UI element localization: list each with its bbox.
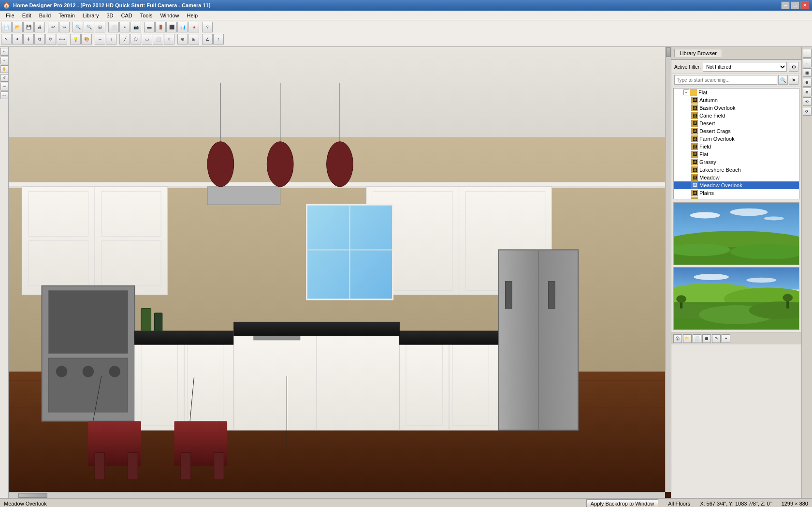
tb-select[interactable]: ↖ xyxy=(1,34,12,45)
tb-zoom-fit[interactable]: ⊞ xyxy=(95,22,105,32)
tb-circle[interactable]: ○ xyxy=(164,34,174,45)
library-title-tab[interactable]: Library Browser xyxy=(674,49,722,57)
tb-help[interactable]: ? xyxy=(202,22,213,32)
right-mini-btn-7[interactable]: ⟳ xyxy=(803,107,812,116)
search-clear-button[interactable]: ✕ xyxy=(789,75,798,85)
lt-walk[interactable]: ⇒ xyxy=(0,83,8,90)
right-mini-btn-1[interactable]: ↑ xyxy=(803,49,812,58)
tb-box[interactable]: ⬜ xyxy=(153,34,163,45)
viewport-scrollbar-h[interactable] xyxy=(9,492,665,498)
tb-edit-pts[interactable]: ✦ xyxy=(12,34,23,45)
menu-file[interactable]: File xyxy=(2,12,18,19)
tb-copy[interactable]: ⧉ xyxy=(34,34,45,45)
lt-select[interactable]: ↖ xyxy=(0,48,8,56)
tb-save[interactable]: 💾 xyxy=(23,22,34,32)
tree-item-flat-parent[interactable]: − Flat xyxy=(674,89,799,96)
tb-undo[interactable]: ↩ xyxy=(48,22,58,32)
tb-polyline[interactable]: ⬡ xyxy=(130,34,141,45)
tb-wall[interactable]: ▬ xyxy=(144,22,155,32)
lib-btn-6[interactable]: + xyxy=(722,334,730,343)
tree-item-meadow[interactable]: 🖼 Meadow xyxy=(674,174,799,181)
tree-item-desert-crags[interactable]: 🖼 Desert Crags xyxy=(674,127,799,135)
maximize-button[interactable]: □ xyxy=(791,1,799,9)
minimize-button[interactable]: ─ xyxy=(781,1,790,9)
menu-3d[interactable]: 3D xyxy=(102,12,117,19)
tb-snap[interactable]: ⊕ xyxy=(177,34,188,45)
tb-roof[interactable]: 🔺 xyxy=(188,22,199,32)
right-mini-btn-3[interactable]: ▦ xyxy=(803,68,812,77)
menu-library[interactable]: Library xyxy=(79,12,103,19)
filter-select[interactable]: Not Filtered xyxy=(703,62,787,72)
tb-camera[interactable]: 📷 xyxy=(130,22,141,32)
tb-move[interactable]: ✛ xyxy=(23,34,34,45)
lt-pan[interactable]: ✋ xyxy=(0,65,8,73)
tb-stair[interactable]: 📊 xyxy=(177,22,188,32)
tb-angle[interactable]: ∠ xyxy=(202,34,213,45)
tb-line[interactable]: ╱ xyxy=(119,34,130,45)
menu-window[interactable]: Window xyxy=(156,12,183,19)
tree-item-desert[interactable]: 🖼 Desert xyxy=(674,119,799,127)
tb-zoom-out[interactable]: 🔍 xyxy=(84,22,94,32)
right-mini-btn-6[interactable]: ⟲ xyxy=(803,97,812,106)
menu-cad[interactable]: CAD xyxy=(117,12,136,19)
search-button[interactable]: 🔍 xyxy=(778,75,788,85)
tb-grid[interactable]: ⊞ xyxy=(188,34,199,45)
item-icon: 🖼 xyxy=(691,120,698,127)
tb-light[interactable]: 💡 xyxy=(70,34,81,45)
tree-item-grassy[interactable]: 🖼 Grassy xyxy=(674,158,799,166)
tb-redo[interactable]: ↪ xyxy=(59,22,70,32)
tb-text[interactable]: T xyxy=(106,34,116,45)
menu-edit[interactable]: Edit xyxy=(18,12,35,19)
scrollbar-thumb-v[interactable] xyxy=(666,47,671,57)
tb-rotate[interactable]: ↻ xyxy=(45,34,56,45)
tb-new[interactable]: 📄 xyxy=(1,22,12,32)
lib-btn-1[interactable]: 🏠 xyxy=(673,334,682,343)
tb-floor-plan[interactable]: ⬜ xyxy=(108,22,119,32)
tree-item-basin-overlook[interactable]: 🖼 Basin Overlook xyxy=(674,104,799,112)
tb-print[interactable]: 🖨 xyxy=(34,22,45,32)
lt-measure[interactable]: ⊶ xyxy=(0,91,8,99)
tree-item-prairie[interactable]: 🖼 Prairie xyxy=(674,197,799,199)
tb-3d-view[interactable]: ▪ xyxy=(119,22,130,32)
apply-backdrop-button[interactable]: Apply Backdrop to Window xyxy=(586,499,658,507)
tree-item-autumn[interactable]: 🖼 Autumn xyxy=(674,96,799,104)
lib-btn-2[interactable]: 📁 xyxy=(683,334,692,343)
tb-open[interactable]: 📂 xyxy=(12,22,23,32)
tb-dim[interactable]: ↔ xyxy=(95,34,105,45)
filter-settings-button[interactable]: ⚙ xyxy=(789,62,798,72)
tree-toggle-flat[interactable]: − xyxy=(683,89,689,95)
tree-item-cane-field[interactable]: 🖼 Cane Field xyxy=(674,112,799,119)
lt-zoom[interactable]: + xyxy=(0,57,8,64)
tree-item-field[interactable]: 🖼 Field xyxy=(674,143,799,150)
tb-material[interactable]: 🎨 xyxy=(81,34,92,45)
menu-tools[interactable]: Tools xyxy=(136,12,157,19)
menu-help[interactable]: Help xyxy=(183,12,202,19)
lib-btn-4[interactable]: ▦ xyxy=(702,334,711,343)
lib-btn-5[interactable]: ✎ xyxy=(712,334,721,343)
item-icon: 🖼 xyxy=(691,159,698,165)
tb-arrow[interactable]: ↑ xyxy=(213,34,224,45)
viewport-scrollbar-v[interactable] xyxy=(665,47,671,492)
right-mini-btn-2[interactable]: ↓ xyxy=(803,59,812,67)
tb-zoom-in[interactable]: 🔍 xyxy=(72,22,83,32)
tb-door[interactable]: 🚪 xyxy=(155,22,166,32)
close-button[interactable]: ✕ xyxy=(800,1,809,9)
menu-build[interactable]: Build xyxy=(35,12,55,19)
right-mini-btn-4[interactable]: ⊕ xyxy=(803,78,812,87)
tree-item-meadow-overlook[interactable]: 🖼 Meadow Overlook xyxy=(674,181,799,189)
tree-item-flat[interactable]: 🖼 Flat xyxy=(674,150,799,158)
scrollbar-thumb-h[interactable] xyxy=(18,493,47,498)
tree-item-farm-overlook[interactable]: 🖼 Farm Overlook xyxy=(674,135,799,143)
lt-orbit[interactable]: ↺ xyxy=(0,74,8,82)
tree-item-plains[interactable]: 🖼 Plains xyxy=(674,189,799,197)
lib-btn-3[interactable]: ⬜ xyxy=(693,334,701,343)
tb-rect[interactable]: ▭ xyxy=(142,34,152,45)
tree-item-lakeshore-beach[interactable]: 🖼 Lakeshore Beach xyxy=(674,166,799,174)
right-mini-btn-5[interactable]: ⊗ xyxy=(803,88,812,96)
menu-terrain[interactable]: Terrain xyxy=(55,12,79,19)
tb-window-tool[interactable]: ⬛ xyxy=(166,22,177,32)
tb-mirror[interactable]: ⟺ xyxy=(57,34,67,45)
library-tree[interactable]: − Flat 🖼 Autumn 🖼 Basin Overlook 🖼 Cane … xyxy=(673,88,799,199)
viewport[interactable] xyxy=(9,47,671,498)
library-search-input[interactable] xyxy=(674,75,777,85)
